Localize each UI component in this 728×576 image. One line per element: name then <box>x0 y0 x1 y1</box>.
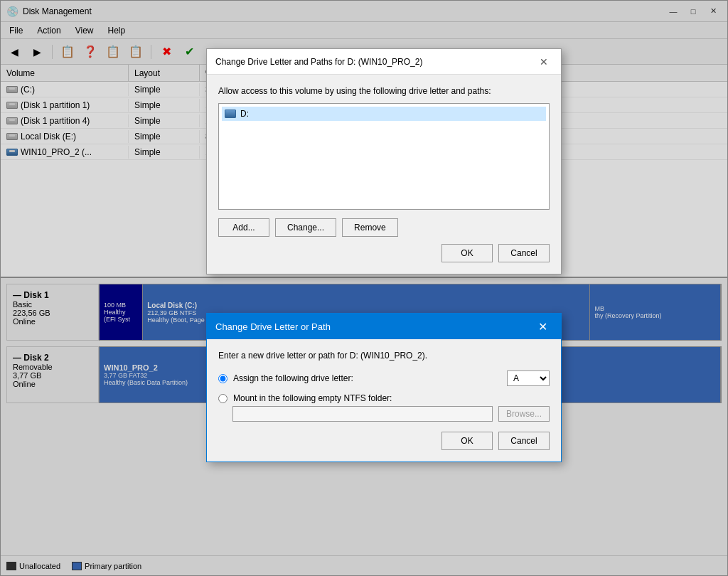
dialog1-title-bar: Change Drive Letter and Paths for D: (WI… <box>207 49 561 75</box>
browse-button[interactable]: Browse... <box>498 406 550 422</box>
dialog-change-drive-letter-paths: Change Drive Letter and Paths for D: (WI… <box>206 48 562 274</box>
dialog1-cancel-button[interactable]: Cancel <box>498 244 550 262</box>
dialog1-close-button[interactable]: ✕ <box>535 53 552 70</box>
dialog1-list[interactable]: D: <box>218 103 550 210</box>
dialog-change-drive-letter-path: Change Drive Letter or Path ✕ Enter a ne… <box>206 313 562 462</box>
dialog2-body: Enter a new drive letter or path for D: … <box>207 339 561 462</box>
dialog1-title-text: Change Drive Letter and Paths for D: (WI… <box>215 57 422 67</box>
radio-mount-label[interactable]: Mount in the following empty NTFS folder… <box>233 393 392 403</box>
remove-button[interactable]: Remove <box>342 218 398 237</box>
add-button[interactable]: Add... <box>218 218 269 237</box>
dialog2-ok-button[interactable]: OK <box>441 432 493 450</box>
radio-assign[interactable] <box>218 374 228 383</box>
dialog2-ok-buttons: OK Cancel <box>218 432 550 450</box>
folder-path-input[interactable] <box>232 406 493 422</box>
dialog2-title-text: Change Drive Letter or Path <box>215 321 331 332</box>
radio-assign-label[interactable]: Assign the following drive letter: <box>233 373 353 383</box>
dialog1-description: Allow access to this volume by using the… <box>218 86 550 96</box>
radio-row-assign: Assign the following drive letter: A B E… <box>218 370 550 386</box>
dialog2-title-bar: Change Drive Letter or Path ✕ <box>207 314 561 339</box>
drive-d-icon <box>225 110 236 118</box>
dialog2-cancel-button[interactable]: Cancel <box>498 432 550 450</box>
radio-row-mount: Mount in the following empty NTFS folder… <box>218 393 550 403</box>
dialog1-action-buttons: Add... Change... Remove <box>218 218 550 237</box>
dialog1-ok-buttons: OK Cancel <box>218 244 550 262</box>
dialog1-ok-button[interactable]: OK <box>441 244 493 262</box>
dialog2-description: Enter a new drive letter or path for D: … <box>218 351 550 361</box>
drive-letter-select[interactable]: A B E F <box>507 370 550 386</box>
dialog1-body: Allow access to this volume by using the… <box>207 75 561 274</box>
folder-path-row: Browse... <box>232 406 550 422</box>
dialog1-list-item[interactable]: D: <box>222 107 546 121</box>
dialog1-drive-letter: D: <box>240 109 249 119</box>
dialog2-close-button[interactable]: ✕ <box>532 316 552 336</box>
change-button[interactable]: Change... <box>275 218 336 237</box>
radio-mount[interactable] <box>218 394 228 403</box>
